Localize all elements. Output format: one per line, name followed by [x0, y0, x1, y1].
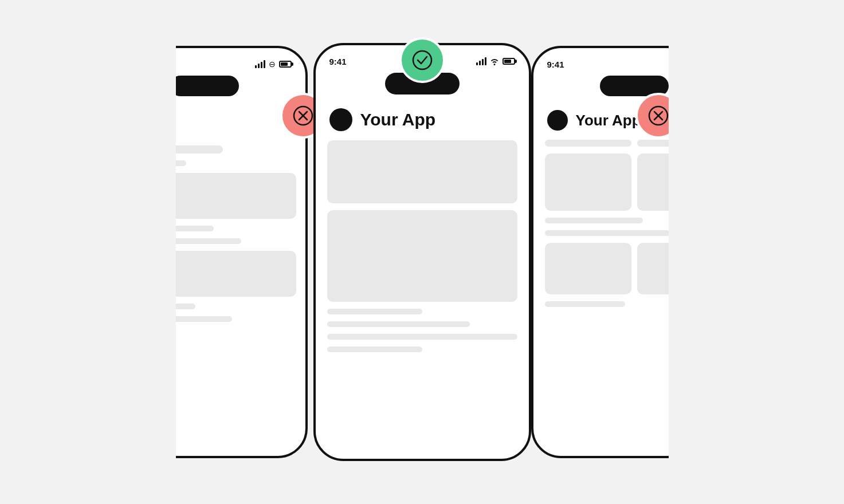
wifi-left: ⊖ [269, 60, 276, 69]
skeleton-rg1 [545, 153, 631, 211]
skeleton-row-top [545, 140, 669, 147]
skeleton-left-5 [176, 238, 241, 244]
skeleton-r5 [545, 301, 625, 307]
skeleton-r3 [545, 218, 643, 223]
badge-check-center [399, 37, 445, 83]
skeleton-rg3 [545, 243, 631, 294]
wifi-center [490, 57, 499, 65]
skeleton-left-7 [176, 304, 195, 309]
skeleton-left-2 [176, 160, 186, 166]
skeleton-left-1 [176, 145, 223, 153]
app-content-center [316, 140, 529, 459]
skeleton-grid-1 [545, 153, 669, 211]
status-bar-left: ⊖ [176, 48, 305, 73]
phones-container: ⊖ pp [0, 0, 844, 504]
phone-right-wrapper: 9:41 [531, 46, 669, 458]
app-header-center: Your App [316, 94, 529, 140]
status-icons-left: ⊖ [255, 60, 292, 69]
skeleton-c3 [327, 309, 422, 314]
skeleton-left-4 [176, 226, 214, 231]
app-title-right: Your App [576, 112, 641, 129]
x-icon-right [648, 105, 669, 126]
skeleton-grid-2 [545, 243, 669, 294]
skeleton-c6 [327, 346, 422, 352]
skeleton-r2 [637, 140, 669, 147]
check-icon-center [412, 50, 433, 70]
phone-left-wrapper: ⊖ pp [176, 46, 313, 458]
phone-center-wrapper: 9:41 [313, 43, 531, 461]
skeleton-c1 [327, 140, 517, 203]
time-center: 9:41 [329, 57, 347, 66]
app-title-center: Your App [360, 110, 436, 129]
skeleton-r1 [545, 140, 631, 147]
status-bar-right: 9:41 [533, 48, 669, 73]
skeleton-c2 [327, 210, 517, 302]
app-logo-right [547, 110, 568, 131]
signal-left [255, 60, 265, 68]
status-icons-center [476, 57, 515, 65]
app-content-left [176, 140, 305, 456]
app-content-right [533, 140, 669, 456]
skeleton-c5 [327, 334, 517, 340]
skeleton-rg2 [637, 153, 669, 211]
skeleton-row-3 [545, 230, 669, 236]
skeleton-rg4 [637, 243, 669, 294]
svg-point-3 [413, 51, 431, 69]
x-icon-left [293, 105, 313, 126]
battery-left [279, 61, 292, 68]
skeleton-left-8 [176, 316, 232, 322]
time-right: 9:41 [547, 60, 564, 69]
dynamic-island-left [176, 76, 239, 96]
skeleton-r4 [545, 230, 669, 236]
skeleton-row-4 [545, 301, 669, 307]
skeleton-left-6 [176, 251, 296, 297]
phone-center: 9:41 [313, 43, 531, 461]
skeleton-left-3 [176, 173, 296, 219]
skeleton-c4 [327, 321, 470, 327]
signal-center [476, 57, 486, 65]
phones-row: ⊖ pp [176, 43, 669, 461]
app-logo-center [329, 108, 352, 131]
skeleton-row-2 [545, 218, 669, 223]
battery-center [503, 58, 515, 65]
